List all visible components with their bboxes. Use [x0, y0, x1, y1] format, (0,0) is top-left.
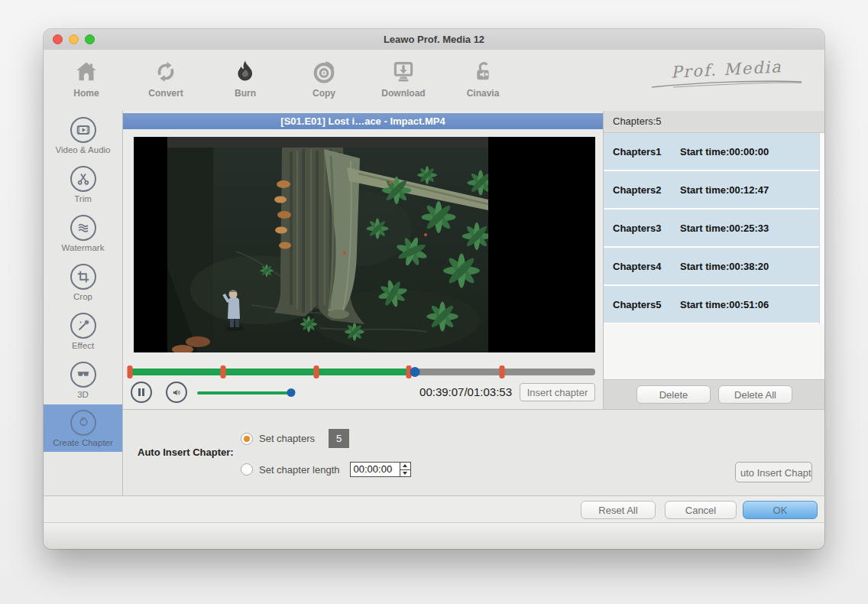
chapter-marker[interactable] — [220, 365, 225, 378]
3d-glasses-icon — [70, 362, 96, 388]
chapter-list-scrollbar[interactable] — [819, 133, 824, 324]
speaker-icon — [172, 386, 181, 399]
chapter-length-input[interactable]: 00:00:00 — [350, 462, 411, 477]
sidebar-item-label: Video & Audio — [55, 145, 110, 154]
video-preview[interactable] — [134, 137, 595, 352]
tab-burn[interactable]: Burn — [213, 59, 277, 99]
chapter-name: Chapters4 — [613, 261, 680, 272]
effect-wand-icon — [70, 313, 96, 339]
insert-chapter-button[interactable]: Insert chapter — [520, 383, 595, 401]
chapter-length-spinner — [400, 463, 410, 476]
sidebar-item-label: 3D — [77, 390, 89, 399]
watermark-waves-icon — [70, 215, 96, 241]
main-toolbar: Home Convert Burn Copy Download Cinavia … — [44, 50, 824, 112]
window-bottom-bar — [44, 522, 824, 549]
sidebar-item-crop[interactable]: Crop — [44, 258, 122, 307]
chapter-row[interactable]: Chapters2 Start time:00:12:47 — [604, 171, 824, 209]
home-icon — [73, 59, 99, 85]
chapter-row[interactable]: Chapters1 Start time:00:00:00 — [604, 133, 824, 171]
brand-logo: Prof. Media — [650, 60, 803, 88]
delete-button[interactable]: Delete — [636, 385, 711, 404]
tab-download[interactable]: Download — [371, 59, 436, 99]
playhead[interactable] — [410, 367, 420, 377]
spinner-up-icon[interactable] — [400, 463, 410, 469]
window-title: Leawo Prof. Media 12 — [44, 29, 824, 50]
copy-disc-icon — [311, 59, 337, 85]
convert-icon — [153, 59, 179, 85]
set-chapter-length-label: Set chapter length — [259, 464, 340, 476]
chapter-name: Chapters3 — [613, 222, 680, 234]
toolbar-item-label: Home — [73, 88, 99, 99]
toolbar-item-label: Burn — [235, 88, 256, 99]
sidebar-item-label: Trim — [74, 194, 92, 203]
chapter-row[interactable]: Chapters3 Start time:00:25:33 — [604, 209, 824, 248]
tab-home[interactable]: Home — [54, 59, 118, 99]
chapter-list: Chapters1 Start time:00:00:00 Chapters2 … — [604, 133, 824, 324]
chapter-start-time: Start time:00:51:06 — [680, 299, 769, 310]
sidebar-item-label: Create Chapter — [53, 438, 113, 447]
auto-insert-label: Auto Insert Chapter: — [138, 447, 234, 458]
sidebar-item-create-chapter[interactable]: Create Chapter — [44, 404, 122, 452]
chapter-start-time: Start time:00:38:20 — [680, 261, 769, 272]
toolbar-item-label: Copy — [313, 88, 335, 99]
chapter-length-value: 00:00:00 — [351, 463, 400, 476]
chapters-panel: Chapters:5 Chapters1 Start time:00:00:00… — [604, 111, 824, 409]
set-chapter-length-radio[interactable] — [241, 463, 253, 476]
reset-all-button[interactable]: Reset All — [581, 501, 656, 519]
sidebar-item-video-audio[interactable]: Video & Audio — [44, 111, 122, 160]
create-chapter-icon — [70, 410, 96, 436]
seek-bar[interactable] — [130, 369, 595, 375]
toolbar-item-label: Download — [381, 88, 425, 99]
crop-icon — [70, 264, 96, 290]
tab-copy[interactable]: Copy — [292, 59, 356, 99]
time-display: 00:39:07/01:03:53 — [419, 385, 512, 398]
download-icon — [390, 59, 416, 85]
chapter-name: Chapters5 — [613, 299, 680, 310]
ok-button[interactable]: OK — [743, 501, 818, 519]
chapter-actions-row: Delete Delete All — [604, 379, 824, 409]
pause-icon — [137, 388, 146, 397]
chapter-marker[interactable] — [500, 365, 505, 378]
video-frame-forest-scene — [167, 137, 488, 352]
pause-button[interactable] — [131, 382, 152, 403]
chapter-name: Chapters2 — [613, 184, 680, 196]
volume-button[interactable] — [166, 382, 187, 403]
toolbar-item-label: Convert — [148, 88, 183, 99]
playback-controls: 00:39:07/01:03:53 Insert chapter — [123, 380, 603, 406]
set-chapters-radio[interactable] — [241, 433, 253, 445]
chapters-header: Chapters:5 — [604, 111, 824, 133]
content-region: Video & Audio Trim Watermark Crop Effect… — [44, 111, 824, 495]
chapter-marker[interactable] — [128, 365, 133, 378]
cancel-button[interactable]: Cancel — [665, 501, 737, 519]
chapter-marker[interactable] — [313, 365, 319, 378]
auto-insert-chapter-button[interactable]: uto Insert Chapte — [735, 462, 812, 482]
set-chapters-value[interactable]: 5 — [329, 429, 349, 448]
sidebar-item-3d[interactable]: 3D — [44, 356, 122, 404]
delete-all-button[interactable]: Delete All — [718, 385, 792, 404]
player-panel: [S01.E01] Lost i…ace - Impact.MP4 — [123, 111, 604, 409]
sidebar-item-effect[interactable]: Effect — [44, 307, 122, 356]
chapter-row[interactable]: Chapters5 Start time:00:51:06 — [604, 286, 824, 324]
burn-flame-icon — [232, 59, 258, 85]
sidebar-item-watermark[interactable]: Watermark — [44, 209, 122, 258]
video-title-bar: [S01.E01] Lost i…ace - Impact.MP4 — [123, 113, 603, 129]
tab-convert[interactable]: Convert — [134, 59, 198, 99]
sidebar-item-trim[interactable]: Trim — [44, 160, 122, 209]
spinner-down-icon[interactable] — [400, 469, 410, 477]
volume-knob[interactable] — [287, 388, 296, 397]
set-chapters-label: Set chapters — [259, 433, 315, 444]
chapter-row[interactable]: Chapters4 Start time:00:38:20 — [604, 248, 824, 286]
app-window: Leawo Prof. Media 12 Home Convert Burn C… — [44, 29, 824, 549]
sidebar-item-label: Crop — [73, 292, 92, 301]
volume-slider[interactable] — [197, 391, 294, 395]
toolbar-item-label: Cinavia — [467, 88, 500, 99]
chapter-name: Chapters1 — [613, 146, 680, 157]
sidebar-item-label: Watermark — [62, 243, 105, 252]
sidebar-item-label: Effect — [72, 341, 94, 350]
chapter-start-time: Start time:00:25:33 — [680, 222, 769, 234]
sidebar: Video & Audio Trim Watermark Crop Effect… — [44, 111, 123, 495]
main-area: [S01.E01] Lost i…ace - Impact.MP4 — [123, 111, 824, 409]
title-bar: Leawo Prof. Media 12 — [44, 29, 824, 50]
tab-cinavia[interactable]: Cinavia — [451, 59, 515, 99]
set-chapter-length-row: Set chapter length 00:00:00 — [241, 462, 411, 477]
